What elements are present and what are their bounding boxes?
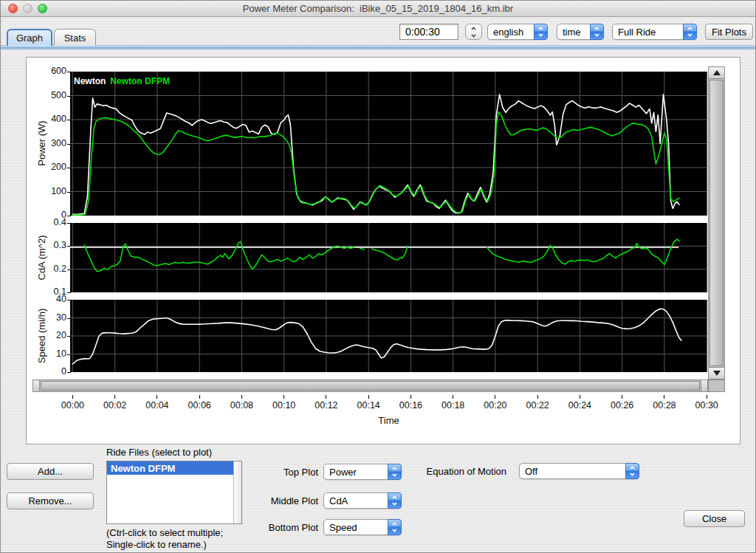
dropdown-stepper-icon: [590, 24, 604, 40]
y-tick-mark: [67, 336, 71, 337]
window-length-input[interactable]: 0:00:30: [399, 24, 458, 40]
y-tick-mark: [67, 300, 71, 300]
bottom-plot-dropdown[interactable]: Speed: [323, 519, 402, 535]
dropdown-stepper-icon: [534, 24, 548, 40]
window-title: Power Meter Comparison: iBike_05_15_2019…: [1, 3, 755, 14]
dropdown-stepper-icon: [683, 24, 697, 40]
y-tick-label: 0.2: [34, 264, 66, 274]
top-plot-dropdown[interactable]: Power: [323, 464, 402, 480]
y-tick-mark: [67, 168, 71, 168]
horizontal-scrollbar-thumb[interactable]: [41, 381, 700, 391]
y-tick-mark: [67, 192, 71, 193]
time-stepper[interactable]: [465, 24, 482, 40]
dropdown-stepper-icon: [388, 519, 402, 535]
x-tick-label: 00:08: [224, 400, 258, 411]
x-tick-label: 00:26: [605, 400, 639, 411]
top-plot-dropdown-value: Power: [324, 464, 388, 479]
y-tick-mark: [67, 269, 71, 270]
middle-plot-dropdown[interactable]: CdA: [323, 492, 402, 509]
x-tick-label: 00:00: [55, 400, 89, 411]
x-tick-mark: [368, 395, 369, 399]
x-tick-mark: [664, 395, 664, 399]
y-tick-mark: [67, 72, 71, 72]
x-tick-mark: [410, 395, 411, 399]
legend-newton-dfpm: Newton DFPM: [110, 76, 170, 86]
equation-of-motion-label: Equation of Motion: [410, 466, 506, 477]
tab-stats[interactable]: Stats: [54, 29, 96, 46]
remove-button[interactable]: Remove...: [7, 492, 94, 509]
app-window: Power Meter Comparison: iBike_05_15_2019…: [0, 0, 756, 553]
middle-plot-label: Middle Plot: [237, 495, 318, 506]
x-tick-label: 00:14: [351, 400, 385, 411]
x-mode-dropdown[interactable]: time: [557, 24, 604, 40]
cda-plot[interactable]: [70, 223, 707, 292]
x-tick-mark: [495, 395, 495, 399]
x-mode-dropdown-value: time: [557, 24, 590, 39]
scroll-left-cap[interactable]: [33, 380, 40, 391]
stepper-up-icon: [471, 26, 476, 31]
y-tick-mark: [67, 246, 71, 247]
x-tick-mark: [580, 395, 580, 399]
power-plot[interactable]: [70, 72, 707, 216]
list-item[interactable]: Newton DFPM: [107, 461, 241, 475]
stepper-down-icon: [471, 32, 476, 37]
x-tick-label: 00:16: [394, 400, 427, 411]
scrollbar-corner: [708, 379, 725, 392]
x-tick-mark: [453, 395, 453, 399]
dropdown-stepper-icon: [388, 464, 402, 480]
fit-plots-button[interactable]: Fit Plots: [705, 24, 753, 40]
tab-graph[interactable]: Graph: [7, 29, 52, 46]
range-dropdown[interactable]: Full Ride: [612, 24, 697, 40]
equation-of-motion-dropdown[interactable]: Off: [519, 463, 639, 479]
x-tick-label: 00:20: [478, 400, 512, 411]
close-button[interactable]: Close: [684, 510, 745, 527]
vertical-scrollbar-thumb[interactable]: [709, 80, 724, 366]
y-tick-label: 200: [34, 162, 66, 172]
x-tick-label: 00:04: [140, 400, 174, 411]
y-tick-mark: [67, 354, 71, 355]
x-tick-mark: [114, 395, 115, 399]
plot-horizontal-scrollbar[interactable]: [32, 379, 708, 392]
legend-newton: Newton: [74, 76, 106, 86]
y-tick-mark: [67, 318, 71, 319]
y-tick-label: 0: [34, 366, 66, 377]
y-tick-mark: [67, 372, 71, 373]
ride-files-listbox[interactable]: Newton DFPM: [106, 461, 242, 524]
y-tick-mark: [67, 120, 71, 120]
x-tick-mark: [622, 395, 622, 399]
bottom-plot-dropdown-value: Speed: [324, 520, 388, 535]
up-arrow-icon: [713, 70, 721, 75]
x-tick-mark: [241, 395, 242, 399]
y-tick-label: 10: [34, 348, 66, 359]
hint-line-2: Single-click to rename.): [106, 539, 284, 551]
scroll-right-cap[interactable]: [701, 380, 707, 391]
ride-files-label: Ride Files (select to plot): [106, 447, 276, 458]
x-tick-mark: [284, 395, 284, 399]
scroll-up-button[interactable]: [709, 67, 724, 79]
y-tick-label: 30: [34, 312, 66, 323]
x-tick-label: 00:30: [690, 400, 724, 411]
plot-vertical-scrollbar[interactable]: [708, 66, 725, 379]
y-tick-label: 0.3: [34, 240, 66, 250]
y-tick-label: 20: [34, 330, 66, 340]
speed-plot[interactable]: [70, 300, 707, 372]
y-tick-label: 40: [34, 294, 66, 304]
middle-plot-dropdown-value: CdA: [324, 493, 388, 508]
y-tick-label: 0.4: [34, 217, 66, 227]
cda-plot-canvas: [70, 223, 707, 292]
add-button[interactable]: Add...: [7, 463, 94, 480]
plot-panel: NewtonNewton DFPM Power (W) CdA (m^2) Sp…: [26, 57, 740, 444]
down-arrow-icon: [713, 371, 721, 376]
title-bar[interactable]: Power Meter Comparison: iBike_05_15_2019…: [1, 1, 755, 17]
units-dropdown-value: english: [488, 24, 534, 39]
x-tick-label: 00:12: [309, 400, 343, 411]
y-tick-label: 500: [34, 90, 66, 100]
scroll-down-button[interactable]: [709, 367, 724, 379]
x-tick-label: 00:06: [182, 400, 216, 411]
y-tick-label: 300: [34, 138, 66, 148]
y-tick-label: 600: [34, 66, 66, 76]
top-plot-label: Top Plot: [237, 467, 318, 478]
units-dropdown[interactable]: english: [487, 24, 548, 40]
y-tick-mark: [67, 223, 71, 224]
range-dropdown-value: Full Ride: [613, 24, 683, 39]
